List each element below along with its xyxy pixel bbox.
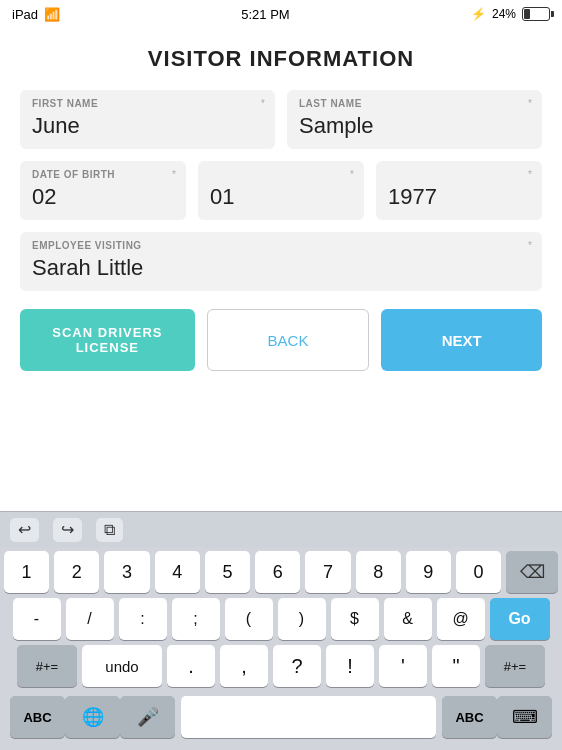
key-ampersand[interactable]: & — [384, 598, 432, 640]
dob-year-required: * — [528, 169, 532, 180]
dob-year-value: 1977 — [388, 184, 530, 210]
key-hashtag[interactable]: #+= — [17, 645, 77, 687]
undo-button[interactable]: ↩ — [10, 518, 39, 542]
clipboard-button[interactable]: ⧉ — [96, 518, 123, 542]
back-button[interactable]: BACK — [207, 309, 370, 371]
dob-day-required: * — [350, 169, 354, 180]
scan-button[interactable]: SCAN DRIVERS LICENSE — [20, 309, 195, 371]
next-button[interactable]: NEXT — [381, 309, 542, 371]
dob-row: DATE OF BIRTH * 02 * 01 * 1977 — [20, 161, 542, 220]
key-quote[interactable]: " — [432, 645, 480, 687]
dob-label: DATE OF BIRTH — [32, 169, 174, 180]
key-undo-text[interactable]: undo — [82, 645, 162, 687]
punct-row: #+= undo . , ? ! ' " #+= — [4, 645, 558, 687]
key-8[interactable]: 8 — [356, 551, 401, 593]
key-hashtag2[interactable]: #+= — [485, 645, 545, 687]
battery-icon — [522, 7, 550, 21]
bottom-row: ABC 🌐 🎤 ABC ⌨ — [4, 692, 558, 746]
first-name-field[interactable]: FIRST NAME * June — [20, 90, 275, 149]
last-name-label: LAST NAME — [299, 98, 530, 109]
employee-row: EMPLOYEE VISITING * Sarah Little — [20, 232, 542, 291]
key-abc2[interactable]: ABC — [442, 696, 497, 738]
status-left: iPad 📶 — [12, 7, 60, 22]
dob-month-value: 02 — [32, 184, 174, 210]
key-keyboard[interactable]: ⌨ — [497, 696, 552, 738]
key-dollar[interactable]: $ — [331, 598, 379, 640]
key-globe[interactable]: 🌐 — [65, 696, 120, 738]
key-6[interactable]: 6 — [255, 551, 300, 593]
last-name-value: Sample — [299, 113, 530, 139]
key-openparen[interactable]: ( — [225, 598, 273, 640]
key-5[interactable]: 5 — [205, 551, 250, 593]
keyboard-toolbar: ↩ ↪ ⧉ — [0, 511, 562, 547]
bluetooth-icon: ⚡ — [471, 7, 486, 21]
page-title: VISITOR INFORMATION — [20, 28, 542, 90]
key-7[interactable]: 7 — [305, 551, 350, 593]
first-name-required: * — [261, 98, 265, 109]
wifi-icon: 📶 — [44, 7, 60, 22]
delete-key[interactable]: ⌫ — [506, 551, 558, 593]
dob-required: * — [172, 169, 176, 180]
last-name-field[interactable]: LAST NAME * Sample — [287, 90, 542, 149]
employee-field[interactable]: EMPLOYEE VISITING * Sarah Little — [20, 232, 542, 291]
key-9[interactable]: 9 — [406, 551, 451, 593]
first-name-label: FIRST NAME — [32, 98, 263, 109]
key-abc[interactable]: ABC — [10, 696, 65, 738]
status-right: ⚡ 24% — [471, 7, 550, 21]
keyboard: ↩ ↪ ⧉ 1 2 3 4 5 6 7 8 9 0 ⌫ - / : ; ( ) … — [0, 511, 562, 750]
key-apostrophe[interactable]: ' — [379, 645, 427, 687]
key-semicolon[interactable]: ; — [172, 598, 220, 640]
key-mic[interactable]: 🎤 — [120, 696, 175, 738]
key-2[interactable]: 2 — [54, 551, 99, 593]
keyboard-rows: 1 2 3 4 5 6 7 8 9 0 ⌫ - / : ; ( ) $ & @ … — [0, 547, 562, 750]
dob-month-field[interactable]: DATE OF BIRTH * 02 — [20, 161, 186, 220]
key-question[interactable]: ? — [273, 645, 321, 687]
dob-day-value: 01 — [210, 184, 352, 210]
key-4[interactable]: 4 — [155, 551, 200, 593]
key-dash[interactable]: - — [13, 598, 61, 640]
redo-button[interactable]: ↪ — [53, 518, 82, 542]
key-1[interactable]: 1 — [4, 551, 49, 593]
key-colon[interactable]: : — [119, 598, 167, 640]
key-slash[interactable]: / — [66, 598, 114, 640]
buttons-row: SCAN DRIVERS LICENSE BACK NEXT — [20, 309, 542, 371]
key-at[interactable]: @ — [437, 598, 485, 640]
key-space[interactable] — [181, 696, 436, 738]
status-bar: iPad 📶 5:21 PM ⚡ 24% — [0, 0, 562, 28]
employee-value: Sarah Little — [32, 255, 530, 281]
key-3[interactable]: 3 — [104, 551, 149, 593]
number-row: 1 2 3 4 5 6 7 8 9 0 ⌫ — [4, 551, 558, 593]
main-content: VISITOR INFORMATION FIRST NAME * June LA… — [0, 28, 562, 371]
symbol-row: - / : ; ( ) $ & @ Go — [4, 598, 558, 640]
key-closeparen[interactable]: ) — [278, 598, 326, 640]
key-comma[interactable]: , — [220, 645, 268, 687]
go-key[interactable]: Go — [490, 598, 550, 640]
employee-label: EMPLOYEE VISITING — [32, 240, 530, 251]
employee-required: * — [528, 240, 532, 251]
key-exclaim[interactable]: ! — [326, 645, 374, 687]
dob-day-field[interactable]: * 01 — [198, 161, 364, 220]
key-period[interactable]: . — [167, 645, 215, 687]
battery-percent: 24% — [492, 7, 516, 21]
name-row: FIRST NAME * June LAST NAME * Sample — [20, 90, 542, 149]
first-name-value: June — [32, 113, 263, 139]
status-time: 5:21 PM — [241, 7, 289, 22]
last-name-required: * — [528, 98, 532, 109]
dob-year-field[interactable]: * 1977 — [376, 161, 542, 220]
device-label: iPad — [12, 7, 38, 22]
key-0[interactable]: 0 — [456, 551, 501, 593]
